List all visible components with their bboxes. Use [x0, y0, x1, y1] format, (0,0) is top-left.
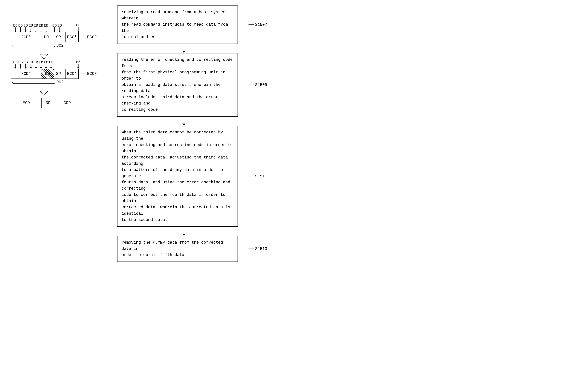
brace-svg-2 [11, 80, 55, 85]
eb-label: EB [76, 60, 81, 64]
frame-cell-ecc1: ECC' [66, 32, 78, 42]
step-s1509: reading the error checking and correctin… [117, 53, 251, 117]
eb-label: EB [39, 60, 43, 64]
ccd-frame: FCD DD [11, 98, 55, 108]
eb-label: EB [34, 24, 38, 28]
eb-label: EB [18, 60, 23, 64]
frame-cell-sp1: SP' [54, 32, 65, 42]
eb-label: EB [13, 24, 18, 28]
eccf-label-2: ECCF' [81, 71, 99, 76]
eb-label: EB [13, 60, 18, 64]
eb-label: EB [23, 24, 28, 28]
ccd-cell-dd: DD [41, 98, 55, 108]
eb-label: EB [18, 24, 23, 28]
frame-cell-fcd2: FCD' [11, 69, 41, 79]
svg-marker-0 [40, 54, 48, 59]
flow-text-s1507: receiving a read command from a host sys… [122, 10, 230, 39]
flow-connector-3 [117, 227, 251, 236]
flow-text-s1509: reading the error checking and correctin… [122, 57, 235, 112]
step-s1511: when the third data cannot be corrected … [117, 126, 251, 226]
eb-label: EB [52, 24, 57, 28]
frame-cell-fcd1: FCD' [11, 32, 41, 42]
frame-cell-sp2: SP' [54, 69, 65, 79]
eb-label: EB [76, 23, 81, 28]
flow-connector-1 [117, 44, 251, 53]
flow-box-s1509: reading the error checking and correctin… [117, 53, 238, 117]
step-label-s1513: S1513 [248, 247, 267, 251]
flow-connector-2 [117, 117, 251, 126]
eccf-frame-2: FCD' DD SP' ECC' [11, 69, 79, 79]
hollow-arrow-1 [40, 54, 48, 59]
step-label-s1509: S1509 [248, 83, 267, 87]
eccf-label-1: ECCF' [81, 35, 99, 40]
eb-label: EB [28, 24, 33, 28]
eb-label: EB [39, 24, 43, 28]
step-label-s1511: S1511 [248, 174, 267, 179]
eb-label: EB [34, 60, 38, 64]
eb-label: EB [44, 60, 48, 64]
eb-label: EB [49, 60, 54, 64]
left-diagram: EB EB EB EB EB EB EB EB EB EB [11, 24, 106, 108]
flow-text-s1511: when the third data cannot be corrected … [122, 130, 235, 222]
eccf-frame-1: FCD' DD' SP' ECC' [11, 32, 79, 42]
step-s1507: receiving a read command from a host sys… [117, 5, 251, 44]
frame-cell-dd1: DD' [41, 32, 54, 42]
frame-cell-ecc2: ECC' [66, 69, 78, 79]
eb-label: EB [44, 24, 48, 28]
brace-svg-1 [11, 43, 55, 48]
flow-box-s1507: receiving a read command from a host sys… [117, 5, 238, 44]
svg-marker-1 [40, 91, 48, 96]
eb-label: EB [57, 24, 62, 28]
hollow-arrow-2 [40, 91, 48, 96]
step-label-s1507: S1507 [248, 23, 267, 27]
flow-box-s1513: removing the dummy data from the correct… [117, 236, 238, 262]
eb-label: EB [23, 60, 28, 64]
flow-text-s1513: removing the dummy data from the correct… [122, 240, 225, 257]
flowchart-area: receiving a read command from a host sys… [117, 5, 251, 262]
brace-text-1: 802' [56, 43, 66, 48]
flow-box-s1511: when the third data cannot be corrected … [117, 126, 238, 226]
frame-cell-dd2-hatched: DD [41, 69, 54, 79]
ccd-label: CCD [57, 101, 71, 105]
ccd-cell-fcd: FCD [11, 98, 41, 108]
brace-text-2: 902 [56, 80, 64, 84]
ccd-row: FCD DD CCD [11, 98, 106, 108]
eb-label: EB [28, 60, 33, 64]
step-s1513: removing the dummy data from the correct… [117, 236, 251, 262]
